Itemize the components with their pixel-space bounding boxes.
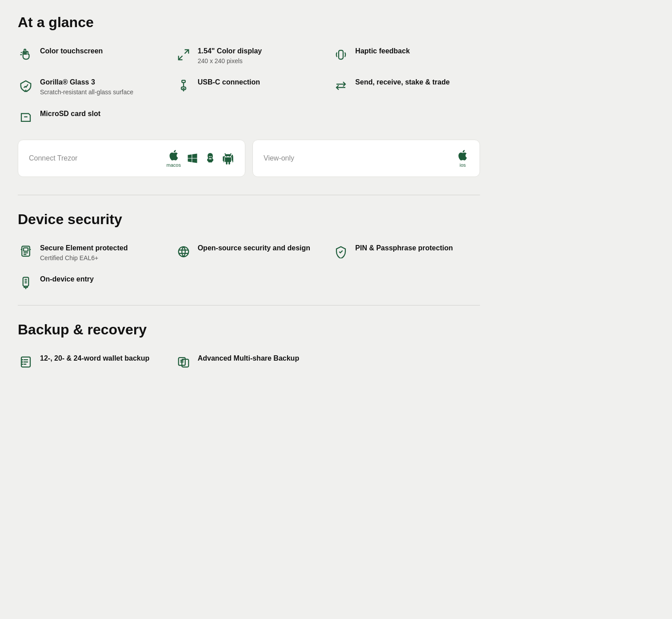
feature-microsd: MicroSD card slot: [18, 109, 165, 125]
feature-gorilla-title: Gorilla® Glass 3: [40, 78, 133, 87]
macos-icon: [168, 149, 180, 161]
windows-icon-item: [186, 152, 199, 165]
wordlist-icon: [18, 354, 34, 370]
feature-display-title: 1.54" Color display: [198, 47, 262, 56]
feature-usbc-text: USB-C connection: [198, 78, 260, 87]
feature-transfer-title: Send, receive, stake & trade: [355, 78, 450, 87]
section-divider-2: [18, 305, 480, 305]
feature-gorilla-subtitle: Scratch-resistant all-glass surface: [40, 88, 133, 97]
feature-opensource-title: Open-source security and design: [198, 244, 310, 253]
windows-icon: [186, 152, 199, 165]
connect-trezor-card[interactable]: Connect Trezor macos: [18, 140, 245, 177]
feature-usbc: USB-C connection: [176, 78, 323, 96]
ios-icon-item: ios: [456, 149, 469, 168]
feature-secure-element: Secure Element protected Certified Chip …: [18, 244, 165, 262]
android-icon-item: [222, 152, 234, 165]
view-only-label: View-only: [264, 154, 294, 162]
connect-row: Connect Trezor macos: [18, 140, 480, 177]
ios-icon: [456, 149, 469, 161]
feature-touchscreen-title: Color touchscreen: [40, 47, 103, 56]
feature-microsd-title: MicroSD card slot: [40, 109, 100, 119]
feature-wordlist-title: 12-, 20- & 24-word wallet backup: [40, 354, 149, 363]
feature-gorilla: Gorilla® Glass 3 Scratch-resistant all-g…: [18, 78, 165, 96]
feature-display: 1.54" Color display 240 x 240 pixels: [176, 47, 323, 65]
feature-touchscreen-text: Color touchscreen: [40, 47, 103, 56]
backup-recovery-grid: 12-, 20- & 24-word wallet backup Advance…: [18, 354, 480, 370]
feature-secure-element-text: Secure Element protected Certified Chip …: [40, 244, 128, 262]
backup-recovery-section: Backup & recovery 12-, 20- & 24-word wal…: [18, 322, 480, 370]
feature-multishare-title: Advanced Multi-share Backup: [198, 354, 300, 363]
multishare-icon: [176, 354, 192, 370]
feature-multishare-text: Advanced Multi-share Backup: [198, 354, 300, 363]
touchscreen-icon: [18, 47, 34, 63]
svg-point-21: [178, 247, 188, 257]
usbc-icon: [176, 78, 192, 94]
backup-recovery-title: Backup & recovery: [18, 322, 480, 338]
feature-wordlist-text: 12-, 20- & 24-word wallet backup: [40, 354, 149, 363]
at-a-glance-title: At a glance: [18, 14, 480, 31]
ondevice-icon: [18, 275, 34, 291]
pin-icon: [333, 244, 349, 260]
svg-rect-7: [182, 80, 185, 83]
feature-multishare: Advanced Multi-share Backup: [176, 354, 323, 370]
secure-element-icon: [18, 244, 34, 260]
feature-display-subtitle: 240 x 240 pixels: [198, 57, 262, 66]
android-icon: [222, 152, 234, 165]
macos-label: macos: [167, 162, 181, 168]
feature-display-text: 1.54" Color display 240 x 240 pixels: [198, 47, 262, 65]
feature-haptic: Haptic feedback: [333, 47, 480, 65]
feature-gorilla-text: Gorilla® Glass 3 Scratch-resistant all-g…: [40, 78, 133, 96]
feature-opensource-text: Open-source security and design: [198, 244, 310, 253]
feature-pin-text: PIN & Passphrase protection: [355, 244, 453, 253]
feature-haptic-text: Haptic feedback: [355, 47, 410, 56]
feature-ondevice-title: On-device entry: [40, 275, 94, 284]
feature-secure-element-subtitle: Certified Chip EAL6+: [40, 254, 128, 263]
feature-transfer-text: Send, receive, stake & trade: [355, 78, 450, 87]
connect-trezor-label: Connect Trezor: [29, 154, 77, 162]
ios-label: ios: [460, 162, 466, 168]
feature-secure-element-title: Secure Element protected: [40, 244, 128, 253]
feature-pin: PIN & Passphrase protection: [333, 244, 480, 262]
feature-usbc-title: USB-C connection: [198, 78, 260, 87]
microsd-icon: [18, 109, 34, 125]
feature-ondevice-text: On-device entry: [40, 275, 94, 284]
feature-haptic-title: Haptic feedback: [355, 47, 410, 56]
view-only-icons: ios: [456, 149, 469, 168]
section-divider-1: [18, 195, 480, 195]
svg-line-2: [184, 50, 188, 54]
display-icon: [176, 47, 192, 63]
svg-rect-22: [23, 277, 29, 286]
feature-microsd-text: MicroSD card slot: [40, 109, 100, 119]
linux-icon: [204, 152, 216, 165]
feature-wordlist: 12-, 20- & 24-word wallet backup: [18, 354, 165, 370]
feature-ondevice: On-device entry: [18, 275, 165, 291]
svg-rect-16: [24, 248, 28, 251]
linux-icon-item: [204, 152, 216, 165]
haptic-icon: [333, 47, 349, 63]
device-security-section: Device security Secure Element protected…: [18, 211, 480, 291]
svg-line-3: [178, 56, 182, 60]
device-security-grid: Secure Element protected Certified Chip …: [18, 244, 480, 291]
opensource-icon: [176, 244, 192, 260]
at-a-glance-grid: Color touchscreen 1.54" Color display 24…: [18, 47, 480, 125]
feature-pin-title: PIN & Passphrase protection: [355, 244, 453, 253]
feature-opensource: Open-source security and design: [176, 244, 323, 262]
at-a-glance-section: At a glance Color touchscreen: [18, 14, 480, 177]
feature-transfer: Send, receive, stake & trade: [333, 78, 480, 96]
connect-trezor-icons: macos: [167, 149, 234, 168]
macos-icon-item: macos: [167, 149, 181, 168]
gorilla-icon: [18, 78, 34, 94]
view-only-card[interactable]: View-only ios: [252, 140, 480, 177]
device-security-title: Device security: [18, 211, 480, 228]
transfer-icon: [333, 78, 349, 94]
feature-touchscreen: Color touchscreen: [18, 47, 165, 65]
svg-rect-4: [339, 50, 343, 59]
